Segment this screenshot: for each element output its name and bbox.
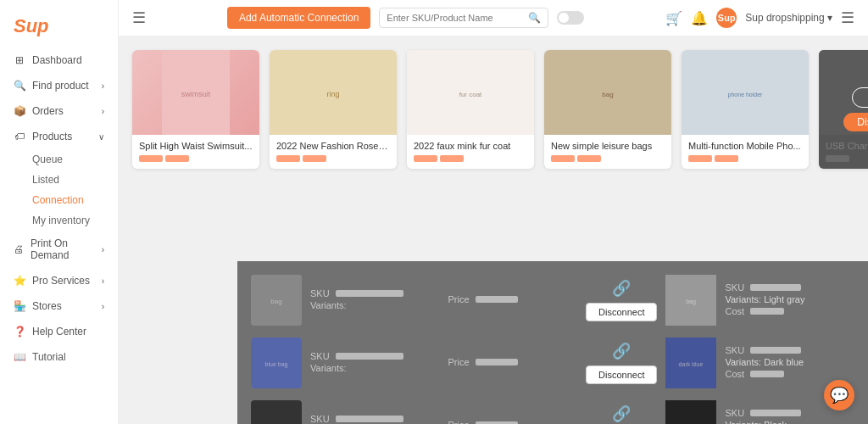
variant-details-left: SKU Variants: [310, 288, 440, 312]
search-input[interactable] [387, 13, 525, 23]
topbar-right: 🛒 🔔 Sup Sup dropshipping ▾ ☰ [665, 8, 854, 28]
product-info: Split High Waist Swimsuit... [132, 135, 259, 169]
variant-row: bag SKU Variants: Price [251, 275, 854, 326]
variant-center: 🔗 Disconnect [586, 342, 657, 384]
svg-text:ring: ring [326, 90, 339, 98]
topbar-center: Add Automatic Connection 🔍 [154, 7, 657, 29]
sidebar: Sup ⊞ Dashboard 🔍 Find product › 📦 Order… [0, 0, 119, 424]
product-name: Multi-function Mobile Pho... [688, 140, 802, 152]
link-icon: 🔗 [612, 342, 631, 360]
sidebar-item-queue[interactable]: Queue [32, 149, 118, 170]
price-bar [414, 155, 527, 162]
sidebar-item-my-inventory[interactable]: My inventory [32, 210, 118, 231]
variant-image-right: dark blue [665, 338, 716, 388]
view-button[interactable]: View [852, 87, 868, 108]
svg-rect-20 [251, 400, 302, 424]
sku-right-field: SKU [725, 282, 854, 293]
disconnect-card-button[interactable]: Disconnect [843, 113, 868, 131]
sidebar-item-find-product[interactable]: 🔍 Find product › [0, 73, 118, 98]
products-submenu: Queue Listed Connection My inventory [0, 149, 118, 231]
chat-button[interactable]: 💬 [824, 380, 854, 410]
logo: Sup [0, 8, 118, 47]
sidebar-item-listed[interactable]: Listed [32, 170, 118, 190]
svg-rect-22 [665, 400, 716, 424]
product-card[interactable]: bag New simple leisure bags [544, 50, 671, 169]
sku-field: SKU [310, 288, 440, 298]
chevron-down-icon: ∨ [98, 132, 104, 142]
svg-text:fur coat: fur coat [459, 91, 482, 98]
variant-row: blue bag SKU Variants: Price [251, 338, 854, 388]
sidebar-item-orders[interactable]: 📦 Orders › [0, 98, 118, 124]
topbar: ☰ Add Automatic Connection 🔍 🛒 🔔 Sup Sup… [119, 0, 868, 36]
svg-text:bag: bag [602, 91, 613, 98]
variants-right-field: Variants: Black [725, 420, 854, 424]
sidebar-item-help-center[interactable]: ❓ Help Center [0, 319, 118, 344]
sidebar-item-pro-services[interactable]: ⭐ Pro Services › [0, 268, 118, 293]
price-bar [276, 155, 390, 162]
product-name: Split High Waist Swimsuit... [139, 140, 253, 152]
sku-right-field: SKU [725, 345, 854, 355]
link-icon: 🔗 [612, 279, 631, 298]
variant-image-left: black [251, 400, 302, 424]
variants-field: Variants: [310, 300, 440, 310]
product-card[interactable]: phone holder Multi-function Mobile Pho..… [682, 50, 809, 169]
cart-icon[interactable]: 🛒 [665, 10, 682, 26]
product-info: New simple leisure bags [544, 135, 671, 169]
variants-right-field: Variants: Light gray [725, 294, 854, 304]
svg-text:bag: bag [270, 298, 281, 305]
sidebar-item-print-on-demand[interactable]: 🖨 Print On Demand › [0, 231, 118, 268]
sidebar-item-products[interactable]: 🏷 Products ∨ [0, 124, 118, 149]
cost-right-field: Cost [725, 369, 854, 379]
chevron-icon: › [102, 107, 104, 116]
main-content: ☰ Add Automatic Connection 🔍 🛒 🔔 Sup Sup… [119, 0, 868, 424]
price-bar [139, 155, 253, 162]
product-info: 2022 faux mink fur coat [407, 135, 534, 169]
variant-center: 🔗 Disconnect [586, 279, 657, 321]
content-area: swimsuit Split High Waist Swimsuit... ri… [119, 36, 868, 424]
svg-text:dark blue: dark blue [679, 361, 704, 367]
price-field: Price [448, 357, 578, 367]
bell-icon[interactable]: 🔔 [691, 10, 708, 26]
variant-details-right: SKU Variants: Black Cost [725, 408, 854, 424]
variant-price-left: Price [448, 420, 578, 424]
disconnect-button[interactable]: Disconnect [586, 303, 657, 321]
variant-image-left: bag [251, 275, 302, 326]
sku-field: SKU [310, 414, 440, 424]
help-icon: ❓ [14, 326, 25, 338]
add-automatic-connection-button[interactable]: Add Automatic Connection [227, 7, 370, 29]
menu-icon[interactable]: ☰ [132, 8, 146, 27]
variants-field: Variants: [310, 363, 440, 373]
product-card[interactable]: swimsuit Split High Waist Swimsuit... [132, 50, 259, 169]
chevron-icon: › [102, 81, 104, 91]
disconnect-button[interactable]: Disconnect [586, 365, 657, 384]
sidebar-item-connection[interactable]: Connection [32, 190, 118, 210]
sidebar-item-tutorial[interactable]: 📖 Tutorial [0, 344, 118, 370]
avatar: Sup [716, 8, 737, 28]
search-box: 🔍 [379, 8, 548, 28]
svg-text:blue bag: blue bag [265, 361, 288, 368]
card-overlay: View Disconnect [819, 50, 868, 169]
usb-charging-card[interactable]: backpack USB Charging Backpack... View D… [819, 50, 868, 169]
price-bar [688, 155, 802, 162]
variant-price-left: Price [448, 357, 578, 369]
cost-right-field: Cost [725, 306, 854, 316]
svg-text:bag: bag [687, 298, 697, 305]
sidebar-item-dashboard[interactable]: ⊞ Dashboard [0, 47, 118, 73]
product-card[interactable]: ring 2022 New Fashion Rose Rin... [270, 50, 397, 169]
product-info: Multi-function Mobile Pho... [682, 135, 809, 169]
sidebar-item-stores[interactable]: 🏪 Stores › [0, 293, 118, 319]
variant-details-right: SKU Variants: Light gray Cost [725, 282, 854, 318]
more-menu-icon[interactable]: ☰ [841, 8, 854, 27]
user-dropdown[interactable]: Sup dropshipping ▾ [745, 12, 832, 24]
price-field: Price [448, 294, 578, 304]
toggle-switch[interactable] [557, 11, 584, 25]
pro-services-icon: ⭐ [14, 275, 25, 287]
product-card[interactable]: fur coat 2022 faux mink fur coat [407, 50, 534, 169]
link-icon: 🔗 [612, 404, 631, 423]
svg-text:swimsuit: swimsuit [181, 90, 211, 98]
svg-text:phone holder: phone holder [728, 92, 764, 98]
product-name: 2022 faux mink fur coat [414, 140, 527, 152]
price-bar [551, 155, 665, 162]
stores-icon: 🏪 [14, 300, 25, 312]
variant-row: black SKU Variants: Price [251, 400, 854, 424]
